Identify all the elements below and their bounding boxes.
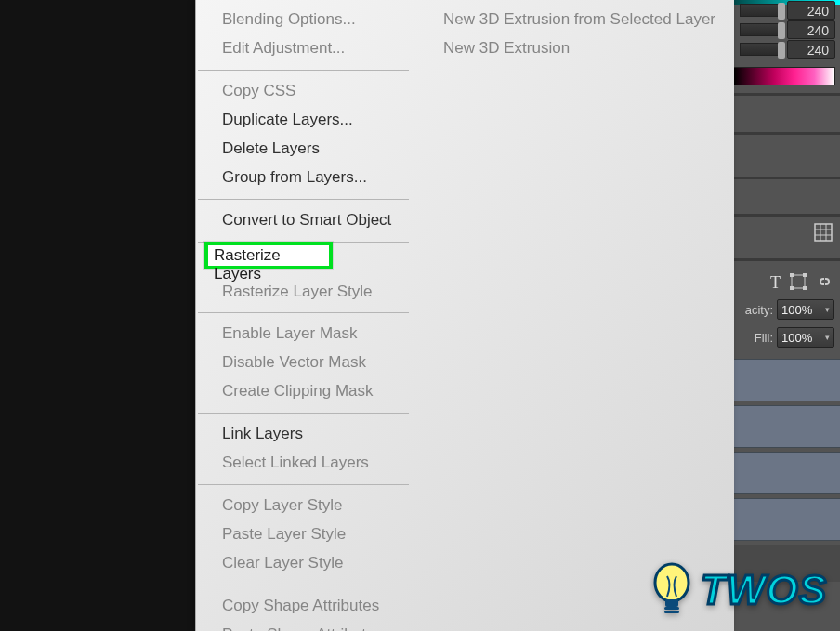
slider-row-2[interactable]: 240 bbox=[740, 21, 835, 38]
menu-item-3d-extrusion[interactable]: New 3D Extrusion bbox=[417, 34, 734, 63]
menu-item-clear-layer-style[interactable]: Clear Layer Style bbox=[196, 549, 411, 578]
slider-track[interactable] bbox=[740, 43, 784, 56]
menu-item-disable-vector-mask[interactable]: Disable Vector Mask bbox=[196, 348, 411, 377]
slider-thumb[interactable] bbox=[778, 22, 785, 39]
svg-rect-11 bbox=[665, 599, 678, 607]
menu-separator bbox=[198, 585, 409, 585]
svg-rect-12 bbox=[664, 607, 679, 610]
slider-track[interactable] bbox=[740, 4, 784, 17]
tool-icons: T bbox=[770, 273, 833, 293]
menu-item-group-from-layers[interactable]: Group from Layers... bbox=[196, 164, 411, 192]
panel-divider bbox=[725, 132, 840, 135]
svg-rect-9 bbox=[803, 286, 807, 290]
chevron-down-icon[interactable]: ▾ bbox=[825, 305, 830, 314]
menu-item-paste-layer-style[interactable]: Paste Layer Style bbox=[196, 520, 411, 549]
menu-item-select-linked-layers[interactable]: Select Linked Layers bbox=[196, 449, 411, 478]
svg-rect-13 bbox=[664, 611, 679, 613]
panel-divider bbox=[725, 93, 840, 96]
menu-separator bbox=[198, 484, 409, 485]
menu-item-copy-layer-style[interactable]: Copy Layer Style bbox=[196, 492, 411, 520]
watermark-logo: TWOS bbox=[650, 562, 827, 618]
slider-track[interactable] bbox=[740, 23, 784, 36]
highlight-rasterize-layers[interactable]: Rasterize Layers bbox=[204, 242, 333, 269]
menu-separator bbox=[198, 413, 409, 414]
menu-item-blending-options[interactable]: Blending Options... bbox=[196, 6, 411, 34]
type-icon[interactable]: T bbox=[770, 273, 781, 293]
layer-row[interactable] bbox=[725, 359, 840, 401]
grid-icon[interactable] bbox=[814, 223, 833, 242]
menu-item-edit-adjustment[interactable]: Edit Adjustment... bbox=[196, 34, 411, 63]
menu-item-link-layers[interactable]: Link Layers bbox=[196, 420, 411, 449]
chevron-down-icon[interactable]: ▾ bbox=[825, 333, 830, 342]
slider-row-3[interactable]: 240 bbox=[740, 41, 835, 58]
lightbulb-icon bbox=[650, 562, 693, 618]
fill-field[interactable]: 100%▾ bbox=[777, 327, 834, 348]
watermark-text: TWOS bbox=[701, 567, 827, 613]
svg-rect-6 bbox=[790, 273, 794, 277]
menu-column-2: New 3D Extrusion from Selected Layer New… bbox=[412, 6, 734, 631]
opacity-field[interactable]: 100%▾ bbox=[777, 299, 834, 320]
fill-value: 100% bbox=[781, 331, 812, 345]
menu-item-convert-smart-object[interactable]: Convert to Smart Object bbox=[196, 206, 411, 235]
layer-row[interactable] bbox=[725, 498, 840, 541]
context-menu: Blending Options... Edit Adjustment... C… bbox=[195, 0, 734, 631]
menu-item-paste-shape-attributes[interactable]: Paste Shape Attributes bbox=[196, 621, 411, 631]
slider-thumb[interactable] bbox=[778, 3, 785, 20]
slider-thumb[interactable] bbox=[778, 42, 785, 59]
menu-item-rasterize-layers: Rasterize Layers bbox=[214, 246, 329, 283]
menu-separator bbox=[198, 70, 409, 71]
transform-icon[interactable] bbox=[790, 273, 807, 290]
menu-separator bbox=[198, 312, 409, 313]
menu-item-enable-layer-mask[interactable]: Enable Layer Mask bbox=[196, 320, 411, 348]
layer-row[interactable] bbox=[725, 452, 840, 494]
svg-rect-5 bbox=[792, 275, 805, 288]
slider-row-1[interactable]: 240 bbox=[740, 2, 835, 19]
panel-divider bbox=[725, 214, 840, 217]
menu-column-1: Blending Options... Edit Adjustment... C… bbox=[196, 6, 412, 631]
panel-divider bbox=[725, 177, 840, 179]
menu-item-create-clipping-mask[interactable]: Create Clipping Mask bbox=[196, 377, 411, 406]
menu-item-delete-layers[interactable]: Delete Layers bbox=[196, 135, 411, 164]
opacity-value: 100% bbox=[781, 303, 812, 317]
color-ramp[interactable] bbox=[733, 67, 835, 85]
menu-item-copy-css[interactable]: Copy CSS bbox=[196, 77, 411, 106]
slider-value[interactable]: 240 bbox=[787, 20, 835, 39]
svg-rect-0 bbox=[815, 224, 832, 241]
opacity-row: acity: 100%▾ bbox=[745, 299, 834, 320]
link-icon[interactable] bbox=[816, 273, 833, 290]
menu-item-duplicate-layers[interactable]: Duplicate Layers... bbox=[196, 106, 411, 135]
panel-divider bbox=[725, 258, 840, 261]
slider-value[interactable]: 240 bbox=[787, 1, 835, 20]
layer-row[interactable] bbox=[725, 405, 840, 448]
menu-item-3d-extrusion-selected[interactable]: New 3D Extrusion from Selected Layer bbox=[417, 6, 734, 34]
fill-row: Fill: 100%▾ bbox=[755, 327, 834, 348]
menu-item-copy-shape-attributes[interactable]: Copy Shape Attributes bbox=[196, 592, 411, 621]
svg-point-10 bbox=[655, 564, 689, 601]
slider-value[interactable]: 240 bbox=[787, 40, 835, 59]
svg-rect-8 bbox=[790, 286, 794, 290]
opacity-label: acity: bbox=[745, 303, 773, 317]
panel-icon-row bbox=[814, 223, 833, 242]
menu-separator bbox=[198, 199, 409, 200]
right-panel: 240 240 240 T acity: 100%▾ Fill: 100%▾ bbox=[725, 0, 840, 631]
fill-label: Fill: bbox=[755, 331, 773, 345]
svg-rect-7 bbox=[803, 273, 807, 277]
